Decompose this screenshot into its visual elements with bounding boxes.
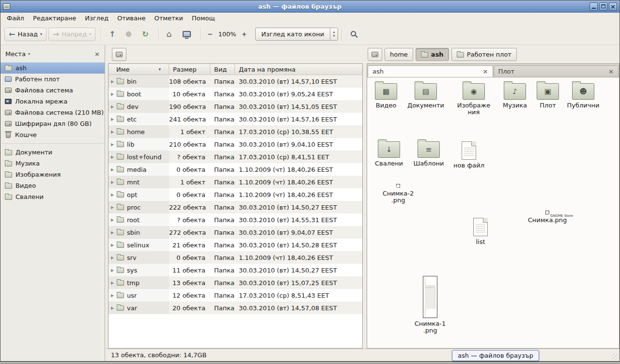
column-header-size[interactable]: Размер: [169, 64, 210, 75]
sidebar-close-icon[interactable]: [94, 51, 100, 57]
back-button[interactable]: Назад: [4, 28, 46, 41]
column-header-type[interactable]: Вид: [210, 64, 235, 75]
computer-button[interactable]: [178, 28, 195, 40]
expander-icon[interactable]: [111, 230, 117, 235]
tab-plot[interactable]: Плот: [494, 65, 619, 77]
table-row[interactable]: opt 0 обекта Папка 1.10.2009 (чт) 18,40,…: [108, 188, 362, 201]
table-row[interactable]: root ? обекта Папка 30.03.2010 (вт) 14,5…: [108, 213, 362, 226]
file-icon-downloads[interactable]: ↓ Свалени: [370, 141, 408, 167]
table-row[interactable]: proc 222 обекта Папка 30.03.2010 (вт) 14…: [108, 201, 362, 213]
zoom-out-button[interactable]: −: [205, 30, 216, 39]
reload-button[interactable]: [138, 28, 153, 41]
file-icon-new-file[interactable]: нов файл: [450, 141, 487, 169]
file-icon-videos[interactable]: ▦ Видео: [367, 83, 405, 109]
sidebar-item-network[interactable]: Локална мрежа: [0, 96, 105, 107]
expander-icon[interactable]: [111, 142, 117, 147]
table-row[interactable]: etc 241 обекта Папка 30.03.2010 (вт) 14,…: [108, 113, 362, 125]
expander-icon[interactable]: [111, 167, 117, 172]
table-row[interactable]: srv 0 обекта Папка 1.10.2009 (чт) 18,40,…: [108, 251, 362, 264]
table-row[interactable]: selinux 21 обекта Папка 30.03.2010 (вт) …: [108, 239, 362, 251]
file-icon-public[interactable]: ☻ Публични: [564, 83, 602, 109]
menu-edit[interactable]: Редактиране: [29, 14, 80, 23]
file-icon-music[interactable]: ♪ Музика: [496, 83, 534, 109]
expander-icon[interactable]: [111, 205, 117, 210]
expander-icon[interactable]: [111, 117, 117, 121]
expander-icon[interactable]: [111, 218, 117, 222]
sidebar-selector-icon[interactable]: [28, 52, 30, 56]
table-row[interactable]: home 1 обект Папка 17.03.2010 (ср) 10,38…: [108, 125, 362, 138]
table-row[interactable]: lib 210 обекта Папка 30.03.2010 (вт) 9,0…: [108, 138, 362, 151]
expander-icon[interactable]: [111, 268, 117, 273]
sidebar-item-music[interactable]: Музика: [0, 158, 105, 169]
pane-splitter[interactable]: [363, 63, 367, 349]
file-icon-pictures[interactable]: ◉ Изображения: [454, 83, 493, 116]
sidebar-item-desktop[interactable]: Работен плот: [0, 74, 105, 85]
breadcrumb-root-button[interactable]: [368, 48, 382, 61]
forward-button[interactable]: Напред: [48, 28, 95, 41]
tab-ash[interactable]: ash: [368, 65, 493, 77]
breadcrumb-home[interactable]: home: [385, 48, 413, 61]
expander-icon[interactable]: [111, 306, 117, 310]
table-row[interactable]: bin 108 обекта Папка 30.03.2010 (вт) 14,…: [108, 75, 362, 88]
menu-help[interactable]: Помощ: [187, 14, 219, 23]
table-row[interactable]: mnt 1 обект Папка 1.10.2009 (чт) 18,40,2…: [108, 176, 362, 188]
table-row[interactable]: tmp 13 обекта Папка 30.03.2010 (вт) 15,0…: [108, 276, 362, 289]
minimize-button[interactable]: [589, 2, 598, 11]
sidebar-item-downloads[interactable]: Свалени: [0, 191, 105, 202]
table-row[interactable]: sys 11 обекта Папка 30.03.2010 (вт) 14,5…: [108, 264, 362, 276]
home-button[interactable]: [162, 27, 176, 41]
expander-icon[interactable]: [111, 79, 117, 84]
table-row[interactable]: boot 10 обекта Папка 30.03.2010 (вт) 9,0…: [108, 88, 362, 100]
menu-bookmarks[interactable]: Отметки: [150, 14, 187, 23]
menu-go[interactable]: Отиване: [113, 14, 150, 23]
column-header-name[interactable]: Име: [108, 64, 169, 75]
file-icon-snimka1[interactable]: Снимка-1.png: [404, 276, 456, 334]
resize-grip[interactable]: [612, 354, 619, 360]
maximize-button[interactable]: [599, 2, 607, 11]
view-mode-select[interactable]: Изглед като икони ▴▾: [255, 28, 339, 41]
sidebar-item-encrypted-volume[interactable]: Шифриран дял (80 GB): [0, 118, 105, 129]
tab-close-icon[interactable]: [608, 68, 614, 75]
table-row[interactable]: media 0 обекта Папка 1.10.2009 (чт) 18,4…: [108, 163, 362, 176]
file-icon-documents[interactable]: ▤ Документи: [407, 83, 445, 109]
expander-icon[interactable]: [111, 293, 117, 298]
expander-icon[interactable]: [111, 105, 117, 109]
file-icon-list[interactable]: list: [465, 218, 496, 245]
file-icon-desktop-folder[interactable]: ▣ Плот: [529, 83, 567, 109]
sidebar-item-videos[interactable]: Видео: [0, 180, 105, 191]
titlebar[interactable]: ash — файлов браузър ×: [0, 0, 620, 13]
expander-icon[interactable]: [111, 130, 117, 134]
menu-file[interactable]: Файл: [2, 14, 29, 23]
root-location-button[interactable]: [112, 48, 126, 61]
table-row[interactable]: sbin 272 обекта Папка 30.03.2010 (вт) 9,…: [108, 226, 362, 239]
menu-view[interactable]: Изглед: [80, 14, 113, 23]
up-button[interactable]: [105, 28, 120, 41]
sidebar-item-filesystem[interactable]: Файлова система: [0, 85, 105, 96]
stop-button[interactable]: [122, 29, 136, 40]
sidebar-item-ash[interactable]: ash: [0, 62, 105, 74]
expander-icon[interactable]: [111, 256, 117, 260]
breadcrumb-ash[interactable]: ash: [416, 48, 449, 61]
column-header-date[interactable]: Дата на промяна: [235, 64, 362, 75]
search-button[interactable]: [345, 27, 362, 41]
sidebar-item-documents[interactable]: Документи: [0, 147, 105, 158]
sidebar-item-pictures[interactable]: Изображения: [0, 169, 105, 180]
file-icon-snimka[interactable]: GNOME Store Снимка.png: [521, 211, 574, 224]
sidebar-item-trash[interactable]: Кошче: [0, 129, 105, 140]
table-row[interactable]: usr 12 обекта Папка 17.03.2010 (ср) 8,51…: [108, 289, 362, 302]
expander-icon[interactable]: [111, 243, 117, 247]
expander-icon[interactable]: [111, 193, 117, 197]
expander-icon[interactable]: [111, 281, 117, 285]
combo-spinner-icon[interactable]: ▴▾: [330, 28, 338, 40]
tab-close-icon[interactable]: [483, 68, 488, 75]
table-row[interactable]: lost+found ? обекта Папка 17.03.2010 (ср…: [108, 151, 362, 163]
expander-icon[interactable]: [111, 180, 117, 184]
breadcrumb-desktop[interactable]: Работен плот: [451, 48, 517, 61]
icon-view[interactable]: ▦ Видео ▤ Документи ◉ Изображения: [367, 77, 619, 348]
back-dropdown-icon[interactable]: [40, 32, 42, 36]
expander-icon[interactable]: [111, 155, 117, 159]
table-row[interactable]: var 20 обекта Папка 30.03.2010 (вт) 14,5…: [108, 302, 362, 314]
close-button[interactable]: ×: [609, 2, 617, 11]
file-icon-snimka2[interactable]: GUADEC Снимка-2.png: [372, 184, 424, 204]
table-row[interactable]: dev 190 обекта Папка 30.03.2010 (вт) 14,…: [108, 100, 362, 113]
